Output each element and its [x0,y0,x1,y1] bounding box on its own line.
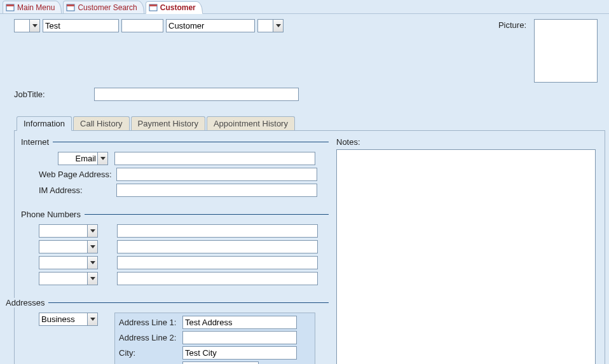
notes-label: Notes: [336,137,596,147]
addresses-group: Addresses Address Line 1: Address Line 2… [21,298,329,364]
chevron-down-icon[interactable] [29,19,40,32]
chevron-down-icon[interactable] [87,256,98,269]
phone-type-input[interactable] [39,256,87,269]
phone-type-input[interactable] [39,272,87,285]
im-input[interactable] [116,184,317,197]
middle-name-input[interactable] [121,19,163,32]
doc-tab-customer[interactable]: Customer [146,1,203,14]
email-input[interactable] [114,152,315,165]
addr-city-label: City: [119,348,180,358]
addr-line1-label: Address Line 1: [119,318,180,327]
im-label: IM Address: [39,185,114,195]
svg-marker-7 [276,24,281,27]
svg-marker-10 [90,245,95,248]
svg-marker-9 [90,229,95,233]
email-type-combo[interactable] [58,152,108,165]
phones-legend: Phone Numbers [21,210,85,219]
first-name-input[interactable] [43,19,119,32]
form-icon [149,3,158,12]
svg-rect-3 [67,4,74,6]
chevron-down-icon[interactable] [273,19,284,32]
phone-type-combo-1[interactable] [39,224,98,238]
tab-call-history[interactable]: Call History [73,116,129,130]
phone-number-input[interactable] [117,272,318,285]
form-icon [66,3,75,12]
suffix-combo[interactable] [257,19,284,32]
last-name-input[interactable] [166,19,255,32]
information-page: Internet Web Page Address: IM Address: [14,131,605,364]
document-tabs: Main Menu Customer Search Customer [0,0,609,14]
web-label: Web Page Address: [39,170,114,179]
tab-payment-history[interactable]: Payment History [131,116,205,130]
svg-marker-11 [90,261,95,264]
jobtitle-input[interactable] [94,88,299,101]
picture-label: Picture: [498,19,526,30]
doc-tab-label: Customer Search [78,3,137,12]
svg-rect-5 [149,4,157,6]
svg-rect-1 [6,4,14,6]
phone-type-combo-2[interactable] [39,240,98,253]
doc-tab-main-menu[interactable]: Main Menu [3,1,62,13]
chevron-down-icon[interactable] [87,240,98,253]
phone-type-input[interactable] [39,240,87,253]
address-type-combo[interactable] [39,313,98,326]
doc-tab-label: Main Menu [17,3,55,12]
picture-box[interactable] [534,19,598,83]
name-fields [14,19,284,32]
chevron-down-icon[interactable] [87,313,98,326]
tab-appointment-history[interactable]: Appointment History [207,116,295,130]
jobtitle-label: JobTitle: [14,90,90,99]
svg-marker-6 [32,24,38,27]
addr-state-input[interactable] [182,361,259,364]
suffix-input[interactable] [257,19,273,32]
phone-type-input[interactable] [39,224,87,238]
phones-group: Phone Numbers [21,210,329,290]
phone-number-input[interactable] [117,224,318,238]
addr-line2-label: Address Line 2: [119,333,180,342]
svg-marker-8 [100,157,106,160]
chevron-down-icon[interactable] [87,224,98,238]
doc-tab-label: Customer [160,3,196,12]
form-icon [6,3,15,12]
sub-tabs: Information Call History Payment History… [14,116,605,131]
address-block: Address Line 1: Address Line 2: City: [114,313,315,364]
phone-number-input[interactable] [117,256,318,269]
addresses-legend: Addresses [6,298,48,307]
internet-legend: Internet [21,137,53,147]
tab-information[interactable]: Information [17,116,72,131]
addr-line1-input[interactable] [182,316,297,329]
addr-line2-input[interactable] [182,331,297,344]
email-type-input[interactable] [58,152,97,165]
svg-marker-13 [90,318,95,321]
svg-marker-12 [90,277,95,280]
customer-form: Picture: JobTitle: Information Call Hist… [0,14,609,364]
chevron-down-icon[interactable] [97,152,108,165]
addr-city-input[interactable] [182,346,297,360]
chevron-down-icon[interactable] [87,272,98,285]
phone-type-combo-3[interactable] [39,256,98,269]
internet-group: Internet Web Page Address: IM Address: [21,137,329,202]
web-input[interactable] [116,168,317,181]
prefix-combo[interactable] [14,19,40,32]
phone-type-combo-4[interactable] [39,272,98,285]
prefix-input[interactable] [14,19,29,32]
phone-number-input[interactable] [117,240,318,253]
notes-textarea[interactable] [336,149,596,364]
address-type-input[interactable] [39,313,87,326]
doc-tab-customer-search[interactable]: Customer Search [63,1,144,13]
